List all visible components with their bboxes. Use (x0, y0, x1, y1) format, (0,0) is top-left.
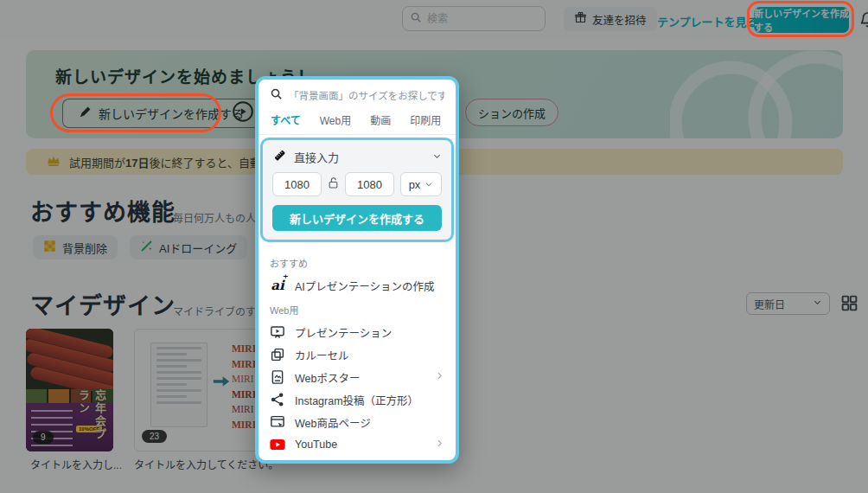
design-type-label: カルーセル (295, 347, 444, 363)
design-type-label: プレゼンテーション (295, 324, 444, 341)
design-type-item[interactable]: aiAIプレゼンテーションの作成 (270, 274, 444, 297)
lock-icon[interactable] (328, 176, 339, 193)
create-design-popup: すべて Web用 動画 印刷用 直接入力 (255, 76, 459, 464)
size-inputs-row: px (272, 172, 442, 196)
webpage-icon (270, 414, 285, 430)
carousel-icon (270, 347, 285, 362)
tab-print[interactable]: 印刷用 (410, 112, 441, 127)
tab-web[interactable]: Web用 (320, 112, 351, 127)
chevron-right-icon (435, 461, 444, 464)
canva-home-page: 友達を招待 テンプレートを見る 新しいデザインを作成する 新しいデザインを始めま… (0, 0, 868, 493)
poster-icon (270, 369, 285, 385)
design-type-label: Instagram投稿（正方形） (295, 392, 444, 408)
annotation-circle-header-button (747, 1, 854, 37)
width-input[interactable] (272, 172, 322, 196)
tab-video[interactable]: 動画 (370, 112, 391, 127)
chevron-right-icon (435, 439, 444, 451)
design-type-item[interactable]: プレゼンテーション (270, 321, 444, 343)
ruler-icon (272, 148, 287, 165)
design-type-label: YouTube (295, 439, 425, 451)
direct-input-label: 直接入力 (294, 149, 339, 165)
height-input[interactable] (345, 172, 394, 196)
tab-all[interactable]: すべて (271, 112, 301, 127)
youtube-icon (270, 437, 285, 452)
annotation-circle-banner-button (50, 93, 221, 132)
unit-select[interactable]: px (400, 172, 442, 196)
share-icon (270, 392, 285, 407)
popup-tabs: すべて Web用 動画 印刷用 (258, 109, 456, 135)
ai-icon: ai (270, 278, 285, 293)
size-search-row (258, 80, 456, 109)
unit-label: px (409, 178, 421, 191)
chevron-right-icon (435, 371, 444, 383)
design-type-label: AIプレゼンテーションの作成 (295, 278, 444, 294)
size-search-input[interactable] (289, 91, 444, 101)
design-type-label: Webポスター (295, 369, 425, 386)
design-type-item[interactable]: YouTube (270, 433, 444, 456)
popup-create-design-button[interactable]: 新しいデザインを作成する (272, 205, 442, 231)
design-type-item[interactable]: Web商品ページ (270, 411, 444, 433)
design-type-item[interactable]: Instagram (270, 456, 444, 464)
design-type-item[interactable]: カルーセル (270, 343, 444, 366)
section-label: おすすめ (270, 256, 444, 270)
design-type-label: Web商品ページ (295, 414, 444, 431)
direct-input-card: 直接入力 px 新しいデザインを作成する (260, 138, 454, 242)
chevron-down-icon (424, 180, 433, 189)
design-type-item[interactable]: Instagram投稿（正方形） (270, 388, 444, 411)
design-type-list: おすすめaiAIプレゼンテーションの作成Web用プレゼンテーションカルーセルWe… (258, 245, 456, 464)
section-label: Web用 (270, 303, 444, 317)
instagram-icon (270, 459, 285, 464)
design-type-item[interactable]: Webポスター (270, 366, 444, 388)
chevron-down-icon[interactable] (432, 150, 442, 163)
design-type-label: Instagram (295, 461, 425, 464)
search-icon (270, 87, 283, 104)
presentation-icon (270, 324, 285, 340)
